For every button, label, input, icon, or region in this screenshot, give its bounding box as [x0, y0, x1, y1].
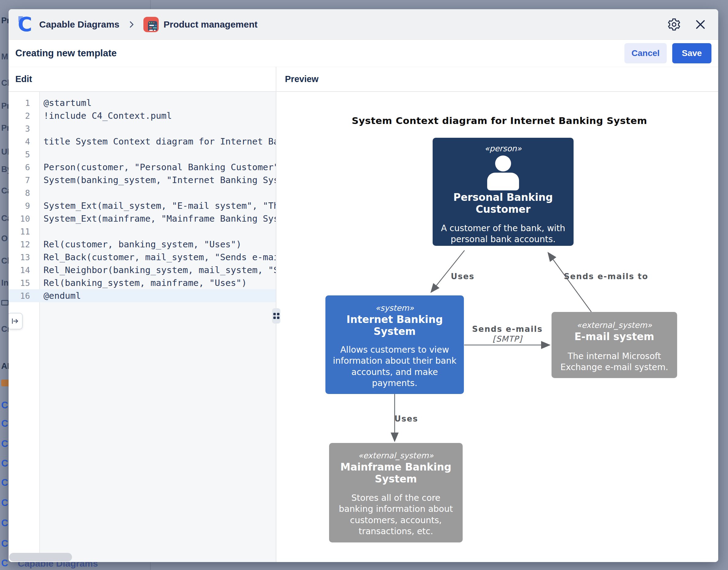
editor-line[interactable]: 15Rel(banking_system, mainframe, "Uses") [9, 276, 276, 289]
gear-icon [667, 17, 681, 31]
relation-label-sends-emails-to: Sends e-mails to [564, 272, 648, 281]
editor-horizontal-scrollbar[interactable] [9, 553, 72, 561]
line-code[interactable]: Rel_Neighbor(banking_system, mail_system… [39, 265, 276, 275]
stereotype-label: «external_system» [335, 451, 457, 460]
relation-technology-label: [SMTP] [472, 334, 543, 343]
stereotype-label: «external_system» [558, 320, 671, 330]
line-code[interactable]: Rel(customer, banking_system, "Uses") [39, 239, 276, 250]
line-code[interactable]: title System Context diagram for Interne… [39, 136, 276, 147]
template-editor-modal: C Capable Diagrams Product man [9, 9, 718, 562]
editor-line[interactable]: 1@startuml [9, 96, 276, 109]
stereotype-label: «person» [440, 144, 566, 153]
box-title: Personal Banking Customer [440, 192, 566, 216]
line-number: 7 [9, 176, 39, 185]
line-number: 10 [9, 214, 39, 224]
line-number: 2 [9, 111, 39, 120]
line-number: 16 [9, 291, 39, 301]
editor-line[interactable]: 6Person(customer, "Personal Banking Cust… [9, 161, 276, 174]
relation-label-text: Sends e-mails [472, 324, 543, 334]
line-code[interactable]: System(banking_system, "Internet Banking… [39, 175, 276, 185]
product-management-app-icon [143, 17, 159, 32]
close-icon [694, 18, 707, 31]
backdrop-divider-line [150, 562, 151, 570]
edit-panel-label: Edit [9, 67, 276, 91]
line-code[interactable]: Rel(banking_system, mainframe, "Uses") [39, 278, 276, 288]
editor-line[interactable]: 8 [9, 187, 276, 199]
save-button[interactable]: Save [672, 43, 711, 63]
line-number: 1 [9, 98, 39, 108]
line-code[interactable]: @startuml [39, 98, 276, 108]
line-code[interactable]: @enduml [39, 291, 276, 301]
box-description: A customer of the bank, with personal ba… [440, 223, 566, 245]
editor-line[interactable]: 10System_Ext(mainframe, "Mainframe Banki… [9, 212, 276, 225]
line-number: 4 [9, 137, 39, 146]
panel-resize-handle[interactable] [272, 308, 281, 324]
close-button[interactable] [693, 17, 708, 32]
editor-line[interactable]: 3 [9, 122, 276, 135]
line-code[interactable]: Person(customer, "Personal Banking Custo… [39, 162, 276, 172]
editor-line[interactable]: 13Rel_Back(customer, mail_system, "Sends… [9, 251, 276, 264]
code-editor[interactable]: 1@startuml2!include C4_Context.puml34tit… [9, 92, 276, 562]
box-title: Mainframe Banking System [335, 461, 457, 485]
box-description: The internal Microsoft Exchange e-mail s… [558, 351, 671, 373]
line-number: 5 [9, 150, 39, 159]
line-code[interactable]: !include C4_Context.puml [39, 110, 276, 121]
line-code[interactable]: System_Ext(mail_system, "E-mail system",… [39, 201, 276, 211]
diagram-box-internet-banking-system: «system» Internet Banking System Allows … [325, 295, 464, 394]
modal-title-row: Creating new template Cancel Save [9, 40, 718, 67]
diagram-box-mainframe: «external_system» Mainframe Banking Syst… [329, 443, 463, 542]
editor-line[interactable]: 7System(banking_system, "Internet Bankin… [9, 174, 276, 187]
editor-line[interactable]: 9System_Ext(mail_system, "E-mail system"… [9, 199, 276, 212]
editor-line[interactable]: 11 [9, 225, 276, 238]
person-icon [486, 156, 520, 191]
folder-icon [1, 300, 9, 305]
editor-line[interactable]: 16@enduml [9, 289, 276, 302]
editor-line[interactable]: 5 [9, 148, 276, 161]
line-number: 8 [9, 188, 39, 198]
relation-label-uses-top: Uses [451, 272, 475, 281]
line-code[interactable]: Rel_Back(customer, mail_system, "Sends e… [39, 252, 276, 262]
diagram-box-person: «person» Personal Banking Customer A cus… [433, 138, 574, 246]
box-description: Allows customers to view information abo… [332, 344, 457, 389]
editor-line[interactable]: 14Rel_Neighbor(banking_system, mail_syst… [9, 264, 276, 276]
backdrop-divider-line [150, 0, 151, 9]
settings-button[interactable] [667, 17, 682, 32]
panel-headers: Edit Preview [9, 67, 718, 92]
diagram-preview: System Context diagram for Internet Bank… [277, 92, 718, 562]
editor-line[interactable]: 12Rel(customer, banking_system, "Uses") [9, 238, 276, 251]
line-number: 14 [9, 265, 39, 275]
line-number: 6 [9, 163, 39, 172]
relation-label-sends-emails: Sends e-mails [SMTP] [472, 324, 543, 343]
expand-sidebar-button[interactable] [9, 313, 23, 329]
page-title: Creating new template [15, 48, 117, 59]
editor-line[interactable]: 4title System Context diagram for Intern… [9, 135, 276, 148]
breadcrumb-page-name[interactable]: Product management [164, 19, 258, 30]
line-number: 12 [9, 240, 39, 249]
box-description: Stores all of the core banking informati… [335, 493, 457, 537]
diagram-box-email-system: «external_system» E-mail system The inte… [552, 312, 677, 378]
line-number: 3 [9, 124, 39, 133]
box-title: Internet Banking System [332, 314, 457, 338]
preview-panel-label: Preview [277, 67, 718, 91]
collapse-arrow-icon [11, 317, 19, 325]
cancel-button[interactable]: Cancel [624, 43, 667, 63]
breadcrumb-app-name[interactable]: Capable Diagrams [39, 19, 120, 30]
capable-diagrams-logo-icon: C [18, 16, 35, 33]
line-code[interactable]: System_Ext(mainframe, "Mainframe Banking… [39, 213, 276, 224]
line-number: 9 [9, 201, 39, 211]
line-number: 11 [9, 227, 39, 236]
line-number: 15 [9, 278, 39, 288]
box-title: E-mail system [558, 331, 671, 343]
relation-label-uses-bottom: Uses [394, 414, 418, 423]
chevron-right-icon [127, 20, 136, 29]
modal-topbar: C Capable Diagrams Product man [9, 9, 718, 40]
stereotype-label: «system» [332, 303, 457, 313]
line-number: 13 [9, 253, 39, 262]
editor-line[interactable]: 2!include C4_Context.puml [9, 109, 276, 122]
